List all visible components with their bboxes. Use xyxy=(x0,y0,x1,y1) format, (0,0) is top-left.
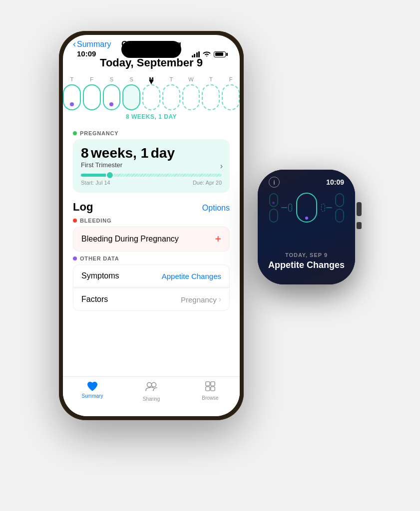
scroll-content: PREGNANCY › 8 weeks, 1 day First Trimest… xyxy=(63,130,240,311)
pregnancy-section-label: PREGNANCY xyxy=(73,130,230,136)
add-bleeding-button[interactable]: + xyxy=(215,234,221,245)
factors-value-group: Pregnancy › xyxy=(181,295,221,304)
day-t2: T xyxy=(162,76,180,82)
status-icons xyxy=(192,50,226,59)
watch-calendar xyxy=(258,193,355,223)
watch-dot-l1 xyxy=(272,202,275,204)
watch-time: 10:09 xyxy=(326,178,344,186)
preg-weeks-label: weeks, xyxy=(91,145,141,161)
weeks-label: 8 WEEKS, 1 DAY xyxy=(63,113,240,120)
pregnancy-card[interactable]: › 8 weeks, 1 day First Trimester xyxy=(73,139,230,193)
cycle-oval-9[interactable] xyxy=(222,84,240,110)
watch-oval-l1 xyxy=(269,193,278,207)
calendar-row: ▼ xyxy=(63,84,240,110)
tab-sharing-label: Sharing xyxy=(143,396,160,402)
sharing-icon xyxy=(145,381,158,395)
other-data-rows: Symptoms Appetite Changes Factors Pregna… xyxy=(73,264,230,311)
watch-pulse-right xyxy=(320,204,332,212)
battery-icon xyxy=(214,51,226,57)
preg-dates: Start: Jul 14 Due: Apr 20 xyxy=(81,180,222,186)
day-s1: S xyxy=(103,76,121,82)
watch-status-bar: i 10:09 xyxy=(258,177,355,188)
tab-bar: Summary Sharing Browse xyxy=(63,376,240,416)
day-f2: F xyxy=(222,76,240,82)
wifi-icon xyxy=(203,50,211,58)
preg-days-label: day xyxy=(151,145,175,161)
iphone-screen: 10:09 ‹ Summary xyxy=(63,35,240,416)
preg-weeks-num: 8 xyxy=(81,145,89,161)
svg-rect-3 xyxy=(211,382,215,386)
preg-progress-fill xyxy=(81,174,112,177)
watch-crown xyxy=(357,202,362,216)
symptoms-row[interactable]: Symptoms Appetite Changes xyxy=(73,264,230,287)
svg-rect-5 xyxy=(211,387,215,391)
preg-progress-hatch xyxy=(112,174,222,177)
day-t3: T xyxy=(202,76,220,82)
factors-row[interactable]: Factors Pregnancy › xyxy=(73,288,230,311)
watch-body: i 10:09 xyxy=(258,170,355,284)
tab-sharing[interactable]: Sharing xyxy=(122,381,181,402)
watch-main-label: Appetite Changes xyxy=(268,260,345,270)
day-t1: T xyxy=(63,76,81,82)
dynamic-island xyxy=(121,41,181,58)
bleeding-subsection: BLEEDING Bleeding During Pregnancy + xyxy=(73,218,230,252)
cycle-oval-8[interactable] xyxy=(202,84,220,110)
cycle-oval-5[interactable] xyxy=(142,84,160,110)
log-options-button[interactable]: Options xyxy=(202,204,230,213)
pulse-line-right xyxy=(326,207,332,208)
log-title: Log xyxy=(73,201,93,214)
watch-oval-center xyxy=(296,193,317,223)
watch-screen: i 10:09 xyxy=(258,170,355,284)
watch-right-ovals xyxy=(335,193,344,223)
watch-date-label: TODAY, SEP 9 xyxy=(268,252,345,258)
symptoms-label: Symptoms xyxy=(81,271,119,280)
watch-pulse-left xyxy=(281,204,293,212)
day-f: F xyxy=(83,76,101,82)
preg-due-date: Due: Apr 20 xyxy=(193,180,222,186)
cycle-oval-1[interactable] xyxy=(63,84,81,110)
bleeding-row[interactable]: Bleeding During Pregnancy + xyxy=(73,227,230,252)
cycle-dot-1 xyxy=(70,102,74,106)
cycle-oval-7[interactable] xyxy=(182,84,200,110)
watch-info-button[interactable]: i xyxy=(269,177,280,188)
bleeding-dot-icon xyxy=(73,219,77,223)
heart-icon xyxy=(86,381,98,392)
bleeding-row-label: Bleeding During Pregnancy xyxy=(81,235,179,244)
iphone-device: 10:09 ‹ Summary xyxy=(59,31,244,420)
tab-browse[interactable]: Browse xyxy=(181,381,240,401)
scene: 10:09 ‹ Summary xyxy=(0,0,420,511)
svg-rect-4 xyxy=(206,387,210,391)
cycle-dot-3 xyxy=(109,102,113,106)
preg-progress-bar xyxy=(81,174,222,177)
tab-summary-label: Summary xyxy=(82,393,103,399)
watch-band-bottom xyxy=(268,317,345,354)
signal-icon xyxy=(192,51,200,57)
tab-summary[interactable]: Summary xyxy=(63,381,122,399)
cycle-oval-3[interactable] xyxy=(103,84,121,110)
svg-rect-2 xyxy=(206,382,210,386)
browse-icon xyxy=(204,381,216,394)
cycle-oval-6[interactable] xyxy=(162,84,180,110)
log-section: Log Options BLEEDING Bleeding During Pre… xyxy=(73,201,230,311)
pregnancy-section: PREGNANCY › 8 weeks, 1 day First Trimest… xyxy=(73,130,230,193)
other-data-subsection: OTHER DATA Symptoms Appetite Changes Fac… xyxy=(73,256,230,311)
other-data-dot-icon xyxy=(73,256,77,260)
status-time: 10:09 xyxy=(77,49,96,59)
pulse-bump-left xyxy=(288,204,292,212)
preg-days-num: 1 xyxy=(141,145,149,161)
factors-label: Factors xyxy=(81,295,108,304)
pulse-line-left xyxy=(281,207,287,208)
preg-trimester: First Trimester xyxy=(81,161,222,169)
factors-chevron-icon: › xyxy=(219,295,221,304)
cycle-oval-today[interactable] xyxy=(122,84,140,110)
apple-watch: i 10:09 xyxy=(243,155,373,324)
calendar-section: T F S S M T W T F ▼ xyxy=(63,74,240,124)
watch-oval-r2 xyxy=(335,209,344,223)
cycle-oval-2[interactable] xyxy=(83,84,101,110)
symptoms-value: Appetite Changes xyxy=(162,272,221,280)
pulse-bump-right xyxy=(321,204,325,212)
watch-dot-center xyxy=(305,217,308,220)
svg-point-0 xyxy=(147,383,152,387)
watch-bottom-labels: TODAY, SEP 9 Appetite Changes xyxy=(268,252,345,270)
day-w: W xyxy=(182,76,200,82)
